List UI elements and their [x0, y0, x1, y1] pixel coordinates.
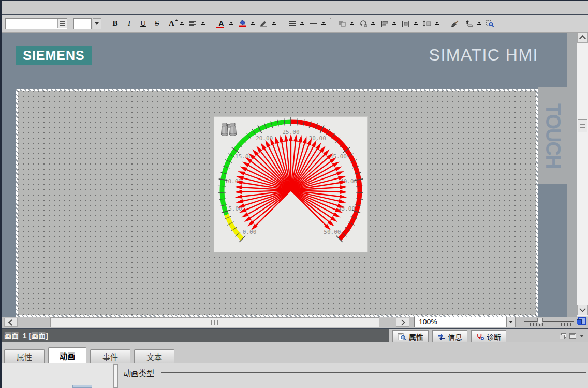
inspector-tab-zone: 属性 信息 诊断	[389, 329, 588, 342]
toolbar-separator	[444, 18, 445, 29]
zoom-slider[interactable]	[524, 318, 574, 327]
tab-events[interactable]: 事件	[90, 349, 130, 363]
text-align-button[interactable]	[186, 18, 199, 29]
scroll-up-button[interactable]	[577, 33, 588, 43]
zoom-area-icon	[486, 20, 494, 27]
color-bar	[216, 27, 224, 28]
pane-splitter[interactable]	[113, 364, 118, 388]
fill-color-dropdown-arrow[interactable]	[249, 20, 255, 27]
vertical-scrollbar-thumb[interactable]	[578, 119, 587, 132]
screen-boundary: 0.005.0010.0015.0020.0025.0030.0035.0040…	[16, 89, 538, 317]
tab-text[interactable]: 文本	[134, 349, 174, 363]
move-to-layer-button[interactable]	[463, 18, 476, 29]
collapse-panel-icon[interactable]	[580, 335, 584, 337]
touch-text: TOUCH	[541, 103, 564, 168]
font-size-increase-button[interactable]: A	[165, 18, 178, 29]
font-color-dropdown-arrow[interactable]	[228, 20, 234, 27]
inspector-tabstrip: 属性 动画 事件 文本	[0, 342, 588, 363]
move-to-layer-dropdown-arrow[interactable]	[476, 20, 482, 27]
scroll-right-button[interactable]	[396, 318, 409, 327]
rotate-button[interactable]	[357, 18, 370, 29]
inspector-titlebar: 画面_1 [画面] 属性 信息 诊断	[0, 329, 588, 342]
style-combo-input[interactable]	[5, 18, 67, 29]
caret-up-icon	[175, 19, 178, 21]
line-weight-button[interactable]	[307, 18, 320, 29]
zoom-selection-button[interactable]	[483, 18, 496, 29]
fit-to-window-button[interactable]	[577, 316, 587, 326]
text-align-dropdown-arrow[interactable]	[200, 20, 205, 27]
inspector-tabs: 属性 动画 事件 文本	[4, 347, 174, 363]
pen-icon	[260, 20, 268, 27]
fit-screen-icon	[578, 317, 586, 325]
list-icon	[60, 21, 65, 26]
format-painter-button[interactable]	[448, 18, 461, 29]
align-objects-button[interactable]	[378, 18, 391, 29]
siemens-logo: SIEMENS	[16, 46, 92, 65]
touch-label-strip: TOUCH	[538, 87, 567, 184]
arrange-order-dropdown-arrow[interactable]	[349, 20, 355, 27]
inspector-tab-info[interactable]: 信息	[432, 330, 467, 342]
tab-properties[interactable]: 属性	[4, 349, 45, 363]
chevron-down-icon	[95, 22, 99, 25]
strikethrough-button[interactable]: S	[151, 18, 164, 29]
inspector-title: 画面_1 [画面]	[4, 329, 48, 342]
font-color-button[interactable]: A	[215, 18, 228, 29]
line-style-button[interactable]	[286, 18, 299, 29]
vertical-scrollbar[interactable]	[577, 33, 588, 316]
font-size-combo[interactable]	[74, 18, 92, 29]
line-style-icon	[289, 21, 296, 26]
line-weight-dropdown-arrow[interactable]	[320, 20, 326, 27]
chevron-down-icon	[579, 306, 586, 312]
thumb-grip	[211, 320, 218, 325]
brush-icon	[451, 20, 459, 27]
chevron-left-icon	[8, 319, 15, 326]
toolbar-separator	[210, 18, 211, 29]
border-color-button[interactable]	[257, 18, 270, 29]
horizontal-scroll-row: 100%	[2, 317, 588, 328]
partial-tree-item[interactable]	[72, 385, 92, 388]
distribute-dropdown-arrow[interactable]	[413, 20, 418, 27]
line-weight-icon	[310, 23, 317, 25]
window-left-edge	[0, 0, 2, 388]
inspector-tab-diagnostics[interactable]: 诊断	[471, 330, 506, 342]
line-style-dropdown-arrow[interactable]	[299, 20, 305, 27]
bold-button[interactable]: B	[109, 18, 122, 29]
horizontal-scrollbar-thumb[interactable]	[50, 317, 379, 327]
float-panel-icon[interactable]	[560, 333, 566, 339]
style-list-button[interactable]	[57, 19, 67, 28]
distribute-button[interactable]	[399, 18, 412, 29]
toolbar-separator	[281, 18, 282, 29]
resize-dropdown-arrow[interactable]	[434, 20, 439, 27]
screen-canvas[interactable]: 0.005.0010.0015.0020.0025.0030.0035.0040…	[18, 91, 536, 315]
paint-bucket-icon	[239, 20, 246, 27]
panel-list-icon[interactable]	[569, 333, 576, 339]
rotate-icon	[360, 20, 367, 27]
template-margin-column	[567, 33, 577, 327]
scroll-left-button[interactable]	[4, 318, 18, 327]
chevron-down-icon	[509, 321, 513, 323]
font-size-dropdown-arrow[interactable]	[179, 20, 184, 27]
slider-ticks	[524, 323, 574, 326]
zoom-level-field[interactable]: 100%	[414, 317, 506, 327]
inspector-tab-properties[interactable]: 属性	[392, 330, 429, 342]
scroll-down-button[interactable]	[577, 305, 588, 315]
italic-button[interactable]: I	[123, 18, 136, 29]
resize-objects-button[interactable]	[420, 18, 433, 29]
animation-tree-pane[interactable]	[2, 363, 113, 388]
distribute-objects-icon	[402, 21, 409, 27]
fill-color-button[interactable]	[236, 18, 249, 29]
arrange-objects-icon	[339, 20, 346, 27]
rotate-dropdown-arrow[interactable]	[370, 20, 376, 27]
tab-animation[interactable]: 动画	[48, 347, 86, 363]
underline-button[interactable]: U	[137, 18, 150, 29]
format-toolbar: B I U S A A	[0, 15, 588, 33]
zoom-level-dropdown[interactable]	[506, 317, 516, 327]
inspector-content: 动画类型	[0, 363, 588, 388]
align-objects-dropdown-arrow[interactable]	[391, 20, 397, 27]
font-size-dropdown[interactable]	[93, 18, 101, 29]
border-color-dropdown-arrow[interactable]	[271, 20, 276, 27]
section-rule	[161, 372, 586, 373]
arrange-order-button[interactable]	[335, 18, 348, 29]
inspector-tab-label: 属性	[409, 332, 423, 342]
gauge-widget[interactable]: 0.005.0010.0015.0020.0025.0030.0035.0040…	[214, 116, 368, 252]
